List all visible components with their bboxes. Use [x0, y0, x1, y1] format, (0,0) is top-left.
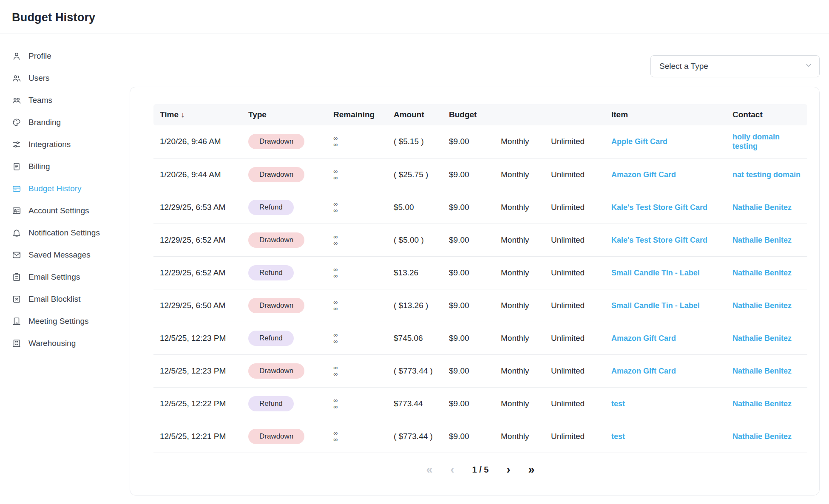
- cell-amount: ( $773.44 ): [390, 354, 446, 387]
- cell-contact: holly domain testing: [729, 125, 807, 158]
- item-link[interactable]: Amazon Gift Card: [611, 367, 676, 375]
- id-card-icon: [12, 206, 21, 215]
- sidebar-item-warehousing[interactable]: Warehousing: [0, 332, 130, 354]
- cell-type: Refund: [245, 256, 330, 289]
- contact-link[interactable]: nat testing domain: [732, 170, 801, 179]
- sidebar-item-label: Warehousing: [28, 339, 76, 348]
- envelope-icon: [12, 250, 21, 260]
- cell-budget: $9.00: [446, 322, 497, 354]
- item-link[interactable]: Apple Gift Card: [611, 137, 667, 146]
- sidebar-item-email-settings[interactable]: Email Settings: [0, 266, 130, 288]
- type-pill: Refund: [248, 200, 294, 215]
- contact-link[interactable]: Nathalie Benitez: [732, 203, 792, 212]
- sidebar-item-label: Saved Messages: [28, 250, 91, 260]
- table-row: 12/5/25, 12:21 PM Drawdown ∞ ∞ ( $773.44…: [153, 420, 807, 453]
- sidebar-item-email-blocklist[interactable]: Email Blocklist: [0, 288, 130, 310]
- cell-budget: $9.00: [446, 158, 497, 191]
- remaining-infinity-bottom: ∞: [333, 175, 387, 181]
- cell-time: 12/5/25, 12:23 PM: [153, 322, 245, 354]
- contact-link[interactable]: holly domain testing: [732, 133, 780, 150]
- main-content: Select a Type Time ↓ Type Remai: [130, 34, 829, 496]
- sidebar-item-users[interactable]: Users: [0, 67, 130, 89]
- sidebar-item-account-settings[interactable]: Account Settings: [0, 200, 130, 222]
- type-filter-select[interactable]: Select a Type: [650, 55, 820, 77]
- table-body: 1/20/26, 9:46 AM Drawdown ∞ ∞ ( $5.15 ) …: [153, 125, 807, 453]
- column-header-period: [497, 104, 548, 125]
- column-header-type: Type: [245, 104, 330, 125]
- cell-contact: Nathalie Benitez: [729, 191, 807, 224]
- item-link[interactable]: Small Candle Tin - Label: [611, 269, 700, 277]
- sidebar-item-budget-history[interactable]: Budget History: [0, 178, 130, 200]
- item-link[interactable]: Kale's Test Store Gift Card: [611, 236, 707, 244]
- type-pill: Drawdown: [248, 232, 304, 248]
- cell-budget: $9.00: [446, 191, 497, 224]
- cell-type: Drawdown: [245, 158, 330, 191]
- palette-icon: [12, 118, 21, 127]
- sidebar-item-label: Budget History: [28, 184, 82, 193]
- sidebar-item-teams[interactable]: Teams: [0, 89, 130, 111]
- cell-limit: Unlimited: [548, 289, 608, 322]
- column-header-limit: [548, 104, 608, 125]
- billing-icon: [12, 162, 21, 171]
- cell-budget: $9.00: [446, 354, 497, 387]
- sidebar-item-billing[interactable]: Billing: [0, 156, 130, 178]
- cell-amount: ( $5.15 ): [390, 125, 446, 158]
- item-link[interactable]: Small Candle Tin - Label: [611, 301, 700, 310]
- item-link[interactable]: Amazon Gift Card: [611, 334, 676, 343]
- contact-link[interactable]: Nathalie Benitez: [732, 236, 792, 244]
- contact-link[interactable]: Nathalie Benitez: [732, 432, 792, 441]
- sidebar-item-meeting-settings[interactable]: Meeting Settings: [0, 310, 130, 332]
- cell-type: Drawdown: [245, 420, 330, 453]
- remaining-infinity-top: ∞: [333, 267, 387, 272]
- page: Budget History Profile Users Teams: [0, 0, 829, 496]
- sidebar-item-notification-settings[interactable]: Notification Settings: [0, 222, 130, 244]
- remaining-infinity-bottom: ∞: [333, 208, 387, 213]
- column-header-amount: Amount: [390, 104, 446, 125]
- remaining-infinity-top: ∞: [333, 201, 387, 207]
- cell-limit: Unlimited: [548, 256, 608, 289]
- item-link[interactable]: test: [611, 432, 625, 441]
- contact-link[interactable]: Nathalie Benitez: [732, 301, 792, 310]
- cell-amount: $5.00: [390, 191, 446, 224]
- integrations-icon: [12, 140, 21, 149]
- sidebar-item-label: Profile: [28, 51, 51, 61]
- cell-budget: $9.00: [446, 420, 497, 453]
- cell-contact: Nathalie Benitez: [729, 420, 807, 453]
- sidebar-item-branding[interactable]: Branding: [0, 111, 130, 133]
- cell-contact: Nathalie Benitez: [729, 256, 807, 289]
- cell-remaining: ∞ ∞: [330, 256, 390, 289]
- prev-page-button[interactable]: ‹: [451, 464, 454, 476]
- remaining-infinity-top: ∞: [333, 332, 387, 338]
- cell-amount: ( $773.44 ): [390, 420, 446, 453]
- column-header-time[interactable]: Time ↓: [153, 104, 245, 125]
- cell-remaining: ∞ ∞: [330, 420, 390, 453]
- cell-contact: Nathalie Benitez: [729, 354, 807, 387]
- table-row: 12/29/25, 6:53 AM Refund ∞ ∞ $5.00 $9.00…: [153, 191, 807, 224]
- cell-period: Monthly: [497, 387, 548, 420]
- table-row: 1/20/26, 9:44 AM Drawdown ∞ ∞ ( $25.75 )…: [153, 158, 807, 191]
- item-link[interactable]: Amazon Gift Card: [611, 170, 676, 179]
- contact-link[interactable]: Nathalie Benitez: [732, 367, 792, 375]
- remaining-infinity-top: ∞: [333, 365, 387, 371]
- sidebar-item-label: Users: [28, 74, 50, 83]
- contact-link[interactable]: Nathalie Benitez: [732, 399, 792, 408]
- cell-remaining: ∞ ∞: [330, 158, 390, 191]
- contact-link[interactable]: Nathalie Benitez: [732, 269, 792, 277]
- cell-time: 1/20/26, 9:44 AM: [153, 158, 245, 191]
- cell-limit: Unlimited: [548, 322, 608, 354]
- last-page-button[interactable]: »: [528, 464, 534, 476]
- contact-link[interactable]: Nathalie Benitez: [732, 334, 792, 343]
- item-link[interactable]: Kale's Test Store Gift Card: [611, 203, 707, 212]
- sidebar-item-saved-messages[interactable]: Saved Messages: [0, 244, 130, 266]
- cell-period: Monthly: [497, 256, 548, 289]
- sidebar-item-profile[interactable]: Profile: [0, 45, 130, 67]
- cell-limit: Unlimited: [548, 158, 608, 191]
- first-page-button[interactable]: «: [426, 464, 433, 476]
- cell-contact: Nathalie Benitez: [729, 322, 807, 354]
- next-page-button[interactable]: ›: [506, 464, 510, 476]
- cell-time: 12/29/25, 6:52 AM: [153, 256, 245, 289]
- sidebar-item-integrations[interactable]: Integrations: [0, 133, 130, 156]
- chevron-down-icon: [805, 62, 812, 71]
- item-link[interactable]: test: [611, 399, 625, 408]
- team-icon: [12, 96, 21, 105]
